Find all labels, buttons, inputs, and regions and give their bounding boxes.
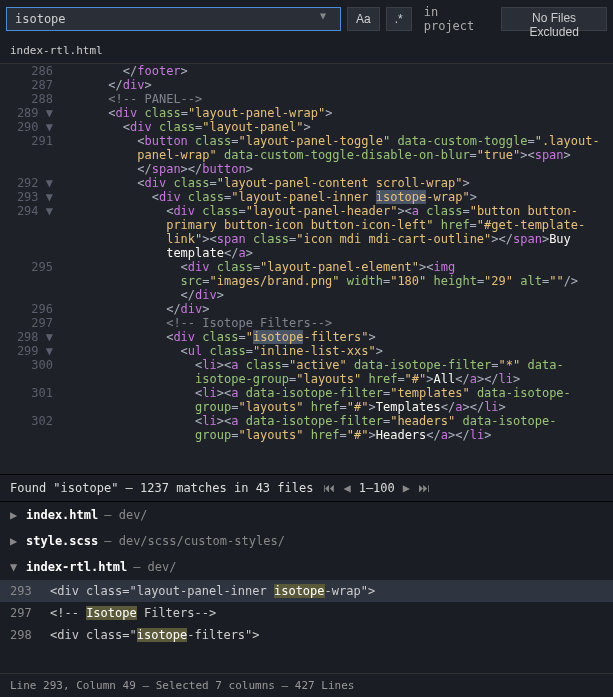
status-bar: Line 293, Column 49 — Selected 7 columns… (0, 673, 613, 697)
regex-button[interactable]: .* (386, 7, 412, 31)
code-line[interactable]: panel-wrap" data-custom-toggle-disable-o… (0, 148, 613, 162)
code-line[interactable]: 300 <li><a class="active" data-isotope-f… (0, 358, 613, 372)
chevron-right-icon[interactable]: ▶ (10, 534, 20, 548)
code-line[interactable]: 291 <button class="layout-panel-toggle" … (0, 134, 613, 148)
code-line[interactable]: 289 ▼ <div class="layout-panel-wrap"> (0, 106, 613, 120)
code-line[interactable]: 287 </div> (0, 78, 613, 92)
code-line[interactable]: 290 ▼ <div class="layout-panel"> (0, 120, 613, 134)
file-result[interactable]: ▼index-rtl.html — dev/ (0, 554, 613, 580)
dropdown-icon[interactable]: ▼ (320, 10, 326, 21)
code-line[interactable]: 294 ▼ <div class="layout-panel-header"><… (0, 204, 613, 218)
results-pager: ⏮ ◀ 1—100 ▶ ⏭ (323, 481, 430, 495)
code-line[interactable]: src="images/brand.png" width="180" heigh… (0, 274, 613, 288)
code-line[interactable]: 295 <div class="layout-panel-element"><i… (0, 260, 613, 274)
files-excluded-button[interactable]: No Files Excluded (501, 7, 607, 31)
scope-label: in project (418, 5, 496, 33)
prev-page-icon[interactable]: ◀ (343, 481, 350, 495)
chevron-down-icon[interactable]: ▼ (10, 560, 20, 574)
last-page-icon[interactable]: ⏭ (418, 481, 430, 495)
chevron-right-icon[interactable]: ▶ (10, 508, 20, 522)
code-editor[interactable]: 286 </footer>287 </div>288 <!-- PANEL-->… (0, 64, 613, 474)
results-summary: Found "isotope" — 1237 matches in 43 fil… (10, 481, 313, 495)
file-result[interactable]: ▶index.html — dev/ (0, 502, 613, 528)
page-range: 1—100 (359, 481, 395, 495)
code-line[interactable]: group="layouts" href="#">Templates</a></… (0, 400, 613, 414)
code-line[interactable]: isotope-group="layouts" href="#">All</a>… (0, 372, 613, 386)
code-line[interactable]: template</a> (0, 246, 613, 260)
code-line[interactable]: link"><span class="icon mdi mdi-cart-out… (0, 232, 613, 246)
code-line[interactable]: 298 ▼ <div class="isotope-filters"> (0, 330, 613, 344)
code-line[interactable]: 302 <li><a data-isotope-filter="headers"… (0, 414, 613, 428)
results-list: ▶index.html — dev/▶style.scss — dev/scss… (0, 502, 613, 646)
first-page-icon[interactable]: ⏮ (323, 481, 335, 495)
case-sensitive-button[interactable]: Aa (347, 7, 380, 31)
file-tab[interactable]: index-rtl.html (0, 38, 613, 64)
code-line[interactable]: 292 ▼ <div class="layout-panel-content s… (0, 176, 613, 190)
code-line[interactable]: 301 <li><a data-isotope-filter="template… (0, 386, 613, 400)
code-line[interactable]: primary button-icon button-icon-left" hr… (0, 218, 613, 232)
code-line[interactable]: </span></button> (0, 162, 613, 176)
next-page-icon[interactable]: ▶ (403, 481, 410, 495)
search-input[interactable] (6, 7, 341, 31)
match-line[interactable]: 297<!-- Isotope Filters--> (0, 602, 613, 624)
match-line[interactable]: 293<div class="layout-panel-inner isotop… (0, 580, 613, 602)
code-line[interactable]: 286 </footer> (0, 64, 613, 78)
code-line[interactable]: 299 ▼ <ul class="inline-list-xxs"> (0, 344, 613, 358)
match-line[interactable]: 298<div class="isotope-filters"> (0, 624, 613, 646)
code-line[interactable]: 297 <!-- Isotope Filters--> (0, 316, 613, 330)
code-line[interactable]: 288 <!-- PANEL--> (0, 92, 613, 106)
code-line[interactable]: 296 </div> (0, 302, 613, 316)
file-result[interactable]: ▶style.scss — dev/scss/custom-styles/ (0, 528, 613, 554)
search-bar: ▼ Aa .* in project No Files Excluded (0, 0, 613, 38)
results-header: Found "isotope" — 1237 matches in 43 fil… (0, 474, 613, 502)
code-line[interactable]: </div> (0, 288, 613, 302)
code-line[interactable]: 293 ▼ <div class="layout-panel-inner iso… (0, 190, 613, 204)
code-line[interactable]: group="layouts" href="#">Headers</a></li… (0, 428, 613, 442)
